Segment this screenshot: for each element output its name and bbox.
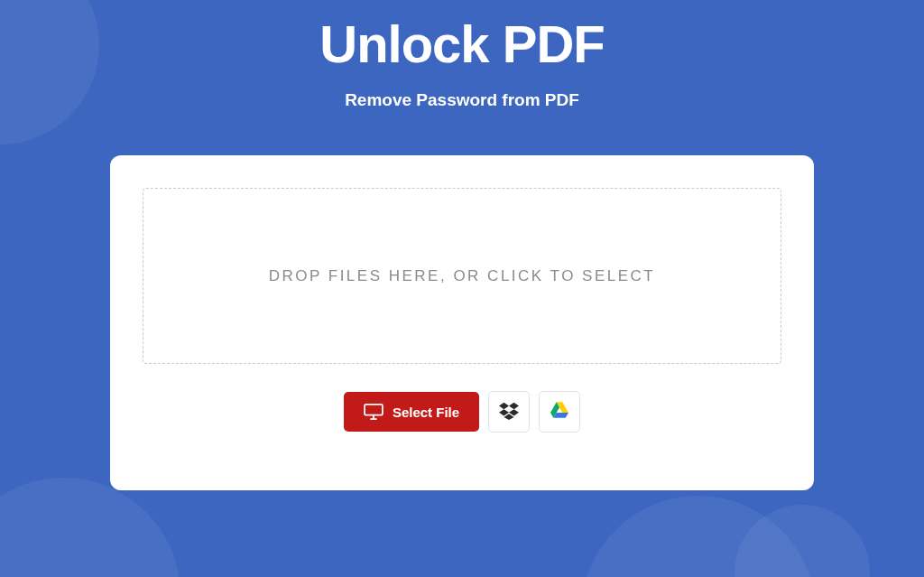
svg-rect-0 — [365, 405, 383, 415]
select-file-button[interactable]: Select File — [344, 392, 479, 432]
cloud-decoration — [0, 478, 180, 577]
google-drive-icon — [550, 402, 568, 422]
drop-zone-label: DROP FILES HERE, OR CLICK TO SELECT — [269, 267, 656, 285]
google-drive-button[interactable] — [539, 391, 580, 433]
dropbox-button[interactable] — [488, 391, 530, 433]
drop-zone[interactable]: DROP FILES HERE, OR CLICK TO SELECT — [143, 188, 781, 364]
button-row: Select File — [143, 391, 781, 433]
dropbox-icon — [499, 401, 519, 423]
cloud-decoration — [0, 0, 99, 144]
upload-card: DROP FILES HERE, OR CLICK TO SELECT Sele… — [110, 155, 814, 490]
monitor-icon — [364, 404, 383, 420]
select-file-label: Select File — [393, 405, 459, 420]
